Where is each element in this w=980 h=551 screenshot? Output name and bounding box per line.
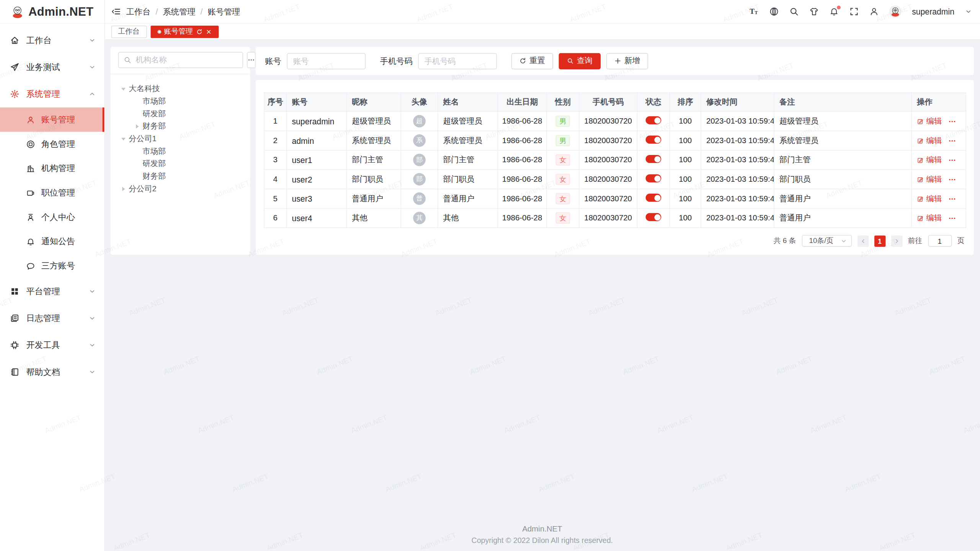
app-logo: Admin.NET — [0, 0, 105, 24]
theme-icon[interactable] — [809, 7, 818, 16]
sidebar-item-platform-manage[interactable]: 平台管理 — [0, 278, 105, 305]
reset-button[interactable]: 重置 — [511, 53, 553, 69]
org-tree-panel: 大名科技市场部研发部财务部分公司1市场部研发部财务部分公司2 — [111, 47, 250, 255]
sidebar-item-notice[interactable]: 通知公告 — [0, 229, 105, 254]
search-icon — [567, 57, 574, 64]
sidebar-item-label: 业务测试 — [26, 62, 60, 73]
menu-fold-icon[interactable] — [111, 7, 121, 16]
sidebar-item-account-manage[interactable]: 账号管理 — [0, 108, 105, 132]
tree-node-label: 大名科技 — [129, 83, 160, 94]
header-actions: T T — [750, 6, 972, 18]
sidebar-item-help-docs[interactable]: 帮助文档 — [0, 359, 105, 385]
tab-workbench[interactable]: 工作台 — [111, 25, 147, 38]
tree-node[interactable]: 市场部 — [118, 95, 243, 108]
notification-bell[interactable] — [830, 7, 839, 16]
status-toggle[interactable] — [646, 174, 662, 183]
search-icon[interactable] — [789, 7, 799, 16]
edit-button[interactable]: 编辑 — [917, 213, 942, 223]
sidebar-item-thirdparty-account[interactable]: 三方账号 — [0, 254, 105, 278]
sidebar-item-label: 开发工具 — [26, 339, 60, 350]
status-toggle[interactable] — [646, 116, 662, 124]
phone-filter-input[interactable] — [418, 53, 497, 69]
profile-icon[interactable] — [869, 7, 879, 16]
breadcrumb-item[interactable]: 系统管理 — [163, 6, 196, 17]
sidebar-item-workbench[interactable]: 工作台 — [0, 27, 105, 54]
tree-node[interactable]: 分公司1 — [118, 132, 243, 145]
sidebar-item-label: 角色管理 — [41, 139, 75, 150]
page-size-select[interactable]: 10条/页 — [802, 235, 852, 247]
column-header: 手机号码 — [579, 93, 637, 111]
tree-node[interactable]: 研发部 — [118, 108, 243, 120]
cell-phone: 18020030720 — [579, 150, 637, 170]
status-toggle[interactable] — [646, 194, 662, 202]
cell-index: 6 — [264, 208, 287, 228]
row-more-button[interactable] — [948, 175, 956, 183]
account-filter-input[interactable] — [287, 53, 366, 69]
row-more-button[interactable] — [948, 214, 956, 222]
sidebar: Admin.NET 工作台业务测试系统管理账号管理角色管理机构管理职位管理个人中… — [0, 0, 105, 551]
tree-node-label: 财务部 — [142, 171, 166, 182]
table-row: 1superadmin超级管理员超超级管理员1986-06-28男1802003… — [264, 111, 966, 131]
cell-modified-time: 2023-01-03 10:59:44 — [701, 189, 774, 209]
row-more-button[interactable] — [948, 117, 956, 125]
cell-gender: 男 — [547, 111, 579, 131]
sidebar-item-label: 帮助文档 — [26, 367, 60, 378]
tools-icon — [10, 341, 19, 350]
cell-modified-time: 2023-01-03 10:59:44 — [701, 131, 774, 150]
add-button[interactable]: 新增 — [606, 53, 648, 69]
cell-phone: 18020030720 — [579, 189, 637, 209]
sidebar-item-role-manage[interactable]: 角色管理 — [0, 132, 105, 156]
goto-page-input[interactable] — [928, 235, 952, 247]
tree-node[interactable]: 财务部 — [118, 170, 243, 183]
table-row: 6user4其他其其他1986-06-28女180200307201002023… — [264, 208, 966, 228]
sidebar-item-position-manage[interactable]: 职位管理 — [0, 181, 105, 205]
edit-icon — [917, 176, 924, 183]
cell-avatar: 部 — [401, 150, 438, 170]
language-icon[interactable] — [769, 7, 779, 16]
user-avatar[interactable] — [889, 6, 901, 18]
footer: Admin.NET Copyright © 2022 Dilon All rig… — [111, 521, 974, 551]
org-search-input[interactable] — [134, 55, 237, 65]
current-page[interactable]: 1 — [874, 235, 885, 246]
user-menu-chevron-icon[interactable] — [965, 8, 972, 15]
row-more-button[interactable] — [948, 137, 956, 145]
avatar: 超 — [413, 115, 426, 127]
sidebar-item-label: 系统管理 — [26, 88, 60, 99]
edit-button[interactable]: 编辑 — [917, 116, 942, 127]
prev-page-button[interactable] — [857, 235, 868, 246]
fullscreen-icon[interactable] — [849, 7, 859, 16]
font-size-icon[interactable]: T T — [750, 7, 759, 16]
cell-sort: 100 — [670, 189, 701, 209]
edit-button[interactable]: 编辑 — [917, 174, 942, 185]
refresh-icon — [196, 28, 202, 34]
cell-index: 1 — [264, 111, 287, 131]
phone-filter-label: 手机号码 — [380, 55, 413, 66]
cell-nickname: 部门主管 — [346, 150, 401, 170]
query-button[interactable]: 查询 — [559, 53, 601, 69]
edit-button[interactable]: 编辑 — [917, 135, 942, 146]
status-toggle[interactable] — [646, 155, 662, 163]
next-page-button[interactable] — [891, 235, 902, 246]
edit-button[interactable]: 编辑 — [917, 155, 942, 165]
row-more-button[interactable] — [948, 195, 956, 203]
tree-more-button[interactable] — [247, 52, 256, 68]
tree-node[interactable]: 市场部 — [118, 145, 243, 158]
breadcrumb-item[interactable]: 账号管理 — [207, 6, 240, 17]
tree-node[interactable]: 大名科技 — [118, 83, 243, 95]
sidebar-item-system-manage[interactable]: 系统管理 — [0, 81, 105, 108]
edit-button[interactable]: 编辑 — [917, 193, 942, 204]
status-toggle[interactable] — [646, 213, 662, 221]
sidebar-item-log-manage[interactable]: 日志管理 — [0, 305, 105, 332]
tree-node[interactable]: 财务部 — [118, 120, 243, 132]
tree-node[interactable]: 研发部 — [118, 157, 243, 170]
username[interactable]: superadmin — [912, 7, 954, 16]
sidebar-item-business-test[interactable]: 业务测试 — [0, 54, 105, 80]
row-more-button[interactable] — [948, 156, 956, 164]
sidebar-item-org-manage[interactable]: 机构管理 — [0, 156, 105, 181]
tree-node[interactable]: 分公司2 — [118, 183, 243, 195]
tab-account-manage[interactable]: 账号管理 — [150, 25, 219, 38]
sidebar-item-personal-center[interactable]: 个人中心 — [0, 205, 105, 230]
sidebar-item-dev-tools[interactable]: 开发工具 — [0, 332, 105, 359]
status-toggle[interactable] — [646, 135, 662, 143]
breadcrumb-item[interactable]: 工作台 — [126, 6, 151, 17]
